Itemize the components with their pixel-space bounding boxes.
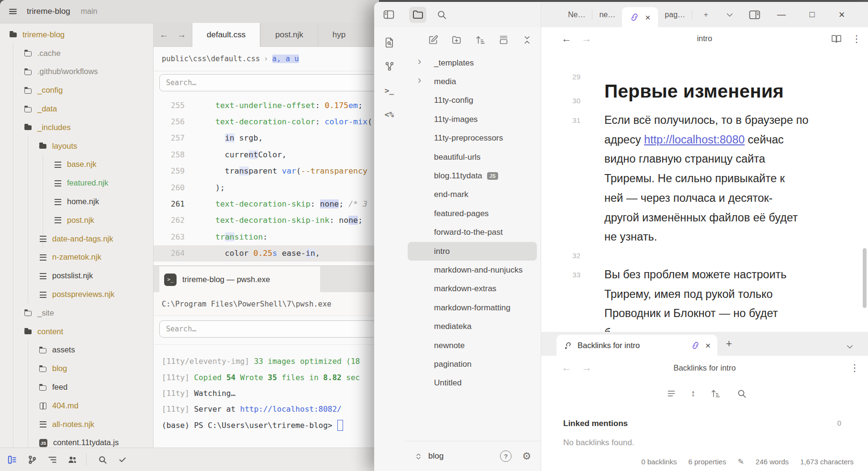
file-list-item[interactable]: Untitled — [408, 374, 537, 393]
sort-order-icon[interactable] — [471, 32, 489, 48]
files-tab-icon[interactable] — [409, 7, 426, 23]
more-options-icon[interactable]: ⋮ — [852, 33, 861, 44]
tab-hyp[interactable]: hyp — [318, 23, 360, 46]
templater-icon[interactable]: <% — [380, 106, 399, 123]
project-name[interactable]: trireme-blog — [27, 7, 70, 16]
file-list-item[interactable]: blog.11tydataJS — [408, 166, 537, 185]
search-icon[interactable] — [94, 451, 111, 468]
terminal-search-input[interactable] — [159, 320, 377, 338]
toggle-right-sidebar-icon[interactable] — [746, 7, 763, 23]
code-editor[interactable]: 255text-underline-offset: 0.175em;256tex… — [154, 95, 379, 268]
tree-item[interactable]: _config — [0, 81, 153, 99]
tab-post-njk[interactable]: post.njk — [260, 23, 318, 46]
external-link[interactable]: http://localhost:8080 — [644, 133, 745, 146]
collapse-panel-icon[interactable] — [841, 339, 858, 355]
terminal-tab[interactable]: >_ trireme-blog — pwsh.exe — [159, 266, 320, 293]
tree-item[interactable]: n-zametok.njk — [0, 248, 153, 267]
linked-mentions-label[interactable]: Linked mentions — [563, 419, 628, 428]
back-icon[interactable]: ← — [159, 30, 168, 40]
edit-mode-icon[interactable]: ✎ — [738, 457, 744, 466]
vault-switcher[interactable]: blog ? ⚙ — [404, 441, 541, 471]
search-icon[interactable] — [735, 385, 748, 402]
note-heading[interactable]: Первые изменения — [604, 81, 784, 102]
file-search-icon[interactable] — [380, 34, 399, 51]
tree-item[interactable]: postslist.njk — [0, 266, 153, 285]
backlinks-count[interactable]: 0 backlinks — [641, 458, 677, 466]
file-list-item[interactable]: 11ty-images — [408, 110, 537, 129]
diagnostics-check-icon[interactable] — [114, 451, 131, 468]
collaboration-icon[interactable] — [64, 451, 80, 468]
tree-item[interactable]: JScontent.11tydata.js — [0, 434, 153, 448]
file-list-item[interactable]: markdown-extras — [408, 280, 537, 298]
file-list-item[interactable]: pagination — [408, 355, 537, 373]
tree-item[interactable]: featured.njk — [0, 174, 153, 192]
tree-item[interactable]: .cache — [0, 44, 153, 63]
tree-item[interactable]: all-notes.njk — [0, 415, 153, 434]
character-count[interactable]: 1,673 characters — [800, 458, 854, 466]
terminal-ribbon-icon[interactable]: >_ — [380, 82, 399, 99]
maximize-button[interactable]: □ — [801, 10, 823, 20]
file-list-item[interactable]: forward-to-the-past — [408, 223, 537, 242]
git-branch-name[interactable]: main — [81, 7, 98, 16]
tree-item[interactable]: post.njk — [0, 211, 153, 230]
new-note-icon[interactable] — [424, 32, 442, 48]
close-tab-icon[interactable]: × — [645, 13, 650, 22]
file-list-item[interactable]: ›media — [408, 72, 537, 91]
workspace-tab[interactable]: ne… — [592, 11, 622, 19]
tree-item[interactable]: layouts — [0, 137, 153, 155]
more-options-icon[interactable]: ⋮ — [850, 362, 859, 373]
new-tab-icon[interactable]: + — [697, 7, 714, 23]
file-list-item[interactable]: 11ty-config — [408, 91, 537, 110]
settings-gear-icon[interactable]: ⚙ — [522, 450, 531, 462]
tree-item[interactable]: trireme-blog — [0, 25, 153, 44]
tree-item[interactable]: base.njk — [0, 155, 153, 174]
file-list-item[interactable]: end-mark — [408, 186, 537, 204]
file-list-item[interactable]: 11ty-preprocessors — [408, 129, 537, 148]
tree-item[interactable]: .github\workflows — [0, 63, 153, 81]
stack-icon[interactable] — [495, 32, 512, 48]
tree-item[interactable]: _data — [0, 99, 153, 118]
outline-panel-icon[interactable] — [44, 451, 60, 468]
minimize-button[interactable]: — — [770, 10, 793, 20]
scrollbar[interactable] — [863, 248, 867, 308]
tree-item[interactable]: content — [0, 322, 153, 341]
search-tab-icon[interactable] — [433, 7, 450, 23]
reading-mode-icon[interactable] — [828, 31, 845, 47]
collapse-all-icon[interactable] — [518, 32, 535, 48]
note-paragraph[interactable]: Если всё получилось, то в браузере по ад… — [604, 110, 868, 247]
project-panel-icon[interactable] — [4, 451, 20, 468]
file-list-item[interactable]: ›_templates — [408, 54, 537, 72]
backlinks-tab[interactable]: Backlinks for intro × — [556, 335, 717, 356]
word-count[interactable]: 246 words — [756, 458, 789, 466]
tab-list-icon[interactable] — [721, 7, 738, 23]
properties-count[interactable]: 6 properties — [688, 458, 726, 466]
new-tab-icon[interactable]: + — [726, 338, 732, 350]
file-list-item[interactable]: featured-pages — [408, 204, 537, 223]
expand-results-icon[interactable]: ↕ — [691, 388, 696, 399]
file-list-item[interactable]: intro — [408, 242, 537, 261]
help-icon[interactable]: ? — [500, 450, 512, 462]
breadcrumb[interactable]: public\css\default.css › a, a u — [154, 47, 379, 71]
workspace-tab[interactable]: pag… — [658, 11, 692, 19]
file-list-item[interactable]: mediateka — [408, 317, 537, 336]
workspace-tab[interactable]: Ne… — [561, 11, 592, 19]
sort-order-icon[interactable] — [709, 385, 722, 402]
file-list-item[interactable]: beautiful-urls — [408, 148, 537, 166]
close-button[interactable]: × — [830, 9, 853, 21]
menu-icon[interactable] — [9, 7, 17, 16]
buffer-search-input[interactable] — [159, 74, 377, 91]
terminal-output[interactable]: [11ty/eleventy-img] 33 images optimized … — [154, 344, 379, 448]
tree-item[interactable]: _site — [0, 304, 153, 322]
tree-item[interactable]: blog — [0, 359, 153, 378]
tree-item[interactable]: _includes — [0, 118, 153, 137]
git-branch-icon[interactable] — [24, 451, 40, 468]
tree-item[interactable]: date-and-tags.njk — [0, 230, 153, 248]
toggle-left-sidebar-icon[interactable] — [380, 7, 397, 23]
list-icon[interactable] — [665, 385, 678, 402]
workspace-tab-active[interactable]: × — [622, 7, 658, 27]
graph-view-icon[interactable] — [380, 58, 399, 75]
tree-item[interactable]: home.njk — [0, 192, 153, 211]
forward-icon[interactable]: → — [177, 30, 186, 40]
tree-item[interactable]: 404.md — [0, 396, 153, 415]
close-tab-icon[interactable]: × — [705, 341, 711, 350]
